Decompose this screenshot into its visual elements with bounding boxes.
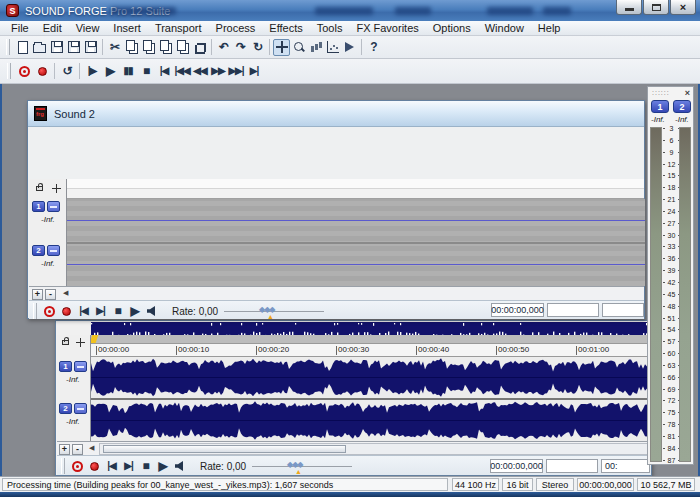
meter-channel-2-button[interactable]: 2 [673, 100, 691, 113]
go-to-start-button[interactable]: |◀ [75, 303, 92, 319]
sound2-waveform-display[interactable] [67, 199, 645, 286]
time-ruler[interactable]: 00:00:0000:00:1000:00:2000:00:3000:00:40… [91, 344, 651, 357]
edit-tool-icon[interactable] [76, 338, 85, 347]
channel-2-button[interactable]: 2 [32, 245, 45, 256]
scroll-left-arrow[interactable]: ◀ [89, 444, 94, 452]
save-button[interactable] [48, 39, 65, 56]
play-preview-button[interactable] [143, 303, 160, 319]
record-remote-button[interactable] [15, 62, 33, 80]
minimize-button[interactable] [616, 0, 642, 15]
redo-button[interactable]: ↷ [232, 39, 249, 56]
scroll-left-arrow[interactable]: ◀ [63, 289, 68, 297]
statistics-button[interactable] [307, 39, 324, 56]
channel-2-button[interactable]: 2 [59, 403, 72, 414]
pointer-tool-button[interactable] [341, 39, 358, 56]
toolbar-grip[interactable] [33, 303, 37, 319]
go-to-start-button[interactable]: |◀ [103, 458, 120, 474]
status-sample-rate[interactable]: 44 100 Hz [452, 478, 499, 491]
whats-this-help-button[interactable]: ? [365, 39, 382, 56]
close-button[interactable]: × [670, 0, 696, 15]
horizontal-scrollbar[interactable] [99, 443, 649, 455]
menu-item-process[interactable]: Process [209, 21, 263, 35]
repeat-button[interactable]: ↻ [249, 39, 266, 56]
stop-button[interactable]: ■ [109, 303, 126, 319]
trim-crop-button[interactable] [191, 39, 208, 56]
rewind-button[interactable]: ◀◀ [191, 62, 209, 80]
record-button[interactable] [33, 62, 51, 80]
record-button[interactable] [86, 458, 103, 474]
forward-button[interactable]: ▶▶ [209, 62, 227, 80]
spectrum-analysis-button[interactable] [324, 39, 341, 56]
menu-item-tools[interactable]: Tools [310, 21, 350, 35]
channel-2-minimize-button[interactable] [74, 403, 87, 414]
channel-1-button[interactable]: 1 [32, 201, 45, 212]
marker-bar[interactable] [57, 335, 651, 344]
zoom-out-button[interactable]: - [72, 444, 83, 455]
channel-1-minimize-button[interactable] [47, 201, 60, 212]
stop-button[interactable]: ■ [137, 62, 155, 80]
maximize-button[interactable] [643, 0, 669, 15]
channel-2-minimize-button[interactable] [47, 245, 60, 256]
play-button[interactable]: ▶ [101, 62, 119, 80]
go-to-end-button[interactable]: ▶| [92, 303, 109, 319]
menu-item-effects[interactable]: Effects [262, 21, 309, 35]
waveform-overview-bar[interactable] [91, 322, 651, 335]
paste-to-new-button[interactable] [174, 39, 191, 56]
loop-playback-button[interactable]: ↺ [58, 62, 76, 80]
go-to-end-button[interactable]: ▶| [120, 458, 137, 474]
channel-1-button[interactable]: 1 [59, 361, 72, 372]
waveform-display[interactable] [91, 357, 651, 441]
panel-close-icon[interactable]: × [685, 88, 690, 98]
data-window-mp3[interactable]: 00:00:0000:00:1000:00:2000:00:3000:00:40… [55, 320, 652, 476]
toolbar-grip[interactable] [7, 63, 11, 79]
menu-item-options[interactable]: Options [426, 21, 478, 35]
menu-item-insert[interactable]: Insert [106, 21, 148, 35]
edit-tool-button[interactable] [273, 39, 290, 56]
magnify-tool-button[interactable] [290, 39, 307, 56]
sound2-titlebar[interactable]: Sound 2 [28, 101, 644, 127]
play-preview-button[interactable] [171, 458, 188, 474]
zoom-in-button[interactable]: + [59, 444, 70, 455]
toolbar-grip[interactable] [6, 39, 10, 55]
play-button[interactable]: ▶ [126, 303, 143, 319]
record-remote-button[interactable] [41, 303, 58, 319]
play-all-button[interactable]: |▶ [83, 62, 101, 80]
edit-tool-icon[interactable] [52, 184, 61, 193]
menu-item-help[interactable]: Help [531, 21, 568, 35]
menu-item-file[interactable]: File [4, 21, 36, 35]
save-all-button[interactable] [82, 39, 99, 56]
scrollbar-thumb[interactable] [103, 445, 346, 453]
menu-item-view[interactable]: View [69, 21, 107, 35]
next-marker-button[interactable]: ▶▶| [227, 62, 245, 80]
channel-1-minimize-button[interactable] [74, 361, 87, 372]
play-button[interactable]: ▶ [154, 458, 171, 474]
zoom-out-button[interactable]: - [45, 289, 56, 300]
record-button[interactable] [58, 303, 75, 319]
zoom-in-button[interactable]: + [32, 289, 43, 300]
sound2-marker-bar[interactable] [29, 179, 644, 189]
sound2-window[interactable]: Sound 2 1 -Inf. 2 -Inf. + - ◀ |◀▶|■▶ Rat… [27, 100, 645, 319]
lock-icon[interactable] [36, 186, 43, 191]
cut-button[interactable]: ✂ [106, 39, 123, 56]
sound2-time-ruler[interactable] [29, 189, 644, 199]
menu-item-edit[interactable]: Edit [36, 21, 69, 35]
stop-button[interactable]: ■ [137, 458, 154, 474]
titlebar[interactable]: S SOUND FORGE Pro 12 Suite × [0, 0, 700, 21]
toolbar-grip[interactable] [61, 458, 65, 474]
new-file-button[interactable] [14, 39, 31, 56]
menu-item-fx-favorites[interactable]: FX Favorites [349, 21, 425, 35]
previous-marker-button[interactable]: |◀◀ [173, 62, 191, 80]
paste-special-button[interactable] [157, 39, 174, 56]
paste-button[interactable] [140, 39, 157, 56]
menu-item-window[interactable]: Window [478, 21, 531, 35]
pause-button[interactable]: ▮▮ [119, 62, 137, 80]
lock-icon[interactable] [62, 340, 69, 345]
open-file-button[interactable] [31, 39, 48, 56]
save-as-button[interactable] [65, 39, 82, 56]
menu-item-transport[interactable]: Transport [148, 21, 209, 35]
go-to-end-button[interactable]: ▶| [245, 62, 263, 80]
undo-button[interactable]: ↶ [215, 39, 232, 56]
meter-channel-1-button[interactable]: 1 [651, 100, 669, 113]
go-to-start-button[interactable]: |◀ [155, 62, 173, 80]
panel-grip-icon[interactable]: :::::: [652, 90, 670, 96]
